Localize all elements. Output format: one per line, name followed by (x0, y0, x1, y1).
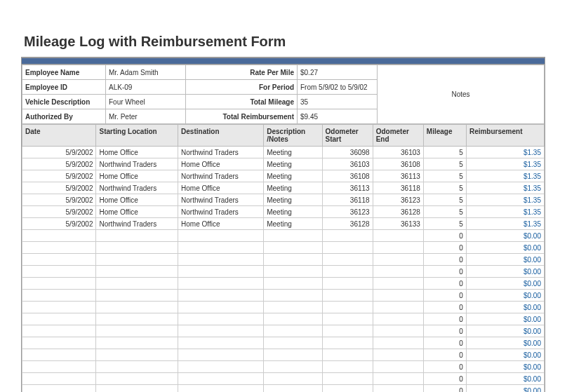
cell-description (264, 290, 322, 302)
value-total-reimbursement: $9.45 (298, 109, 378, 124)
cell-odometer-end (373, 313, 423, 325)
cell-mileage: 0 (423, 361, 466, 373)
cell-mileage: 0 (423, 254, 466, 266)
table-row: 0$0.00 (22, 254, 545, 266)
cell-odometer-start: 36103 (322, 158, 373, 170)
cell-starting-location (96, 361, 178, 373)
cell-odometer-end: 36133 (373, 218, 423, 230)
cell-odometer-end: 36123 (373, 194, 423, 206)
cell-destination: Home Office (178, 158, 264, 170)
label-employee-id: Employee ID (22, 80, 106, 95)
cell-starting-location (96, 302, 178, 313)
cell-reimbursement: $1.35 (466, 206, 544, 218)
table-row: 0$0.00 (22, 337, 545, 349)
cell-date: 5/9/2002 (22, 158, 96, 170)
cell-description: Meeting (264, 206, 322, 218)
cell-reimbursement: $0.00 (466, 230, 544, 242)
cell-starting-location (96, 290, 178, 302)
cell-mileage: 0 (423, 313, 466, 325)
cell-destination (178, 313, 264, 325)
cell-destination: Northwind Traders (178, 206, 264, 218)
cell-date (22, 266, 96, 278)
cell-odometer-start (322, 302, 373, 313)
cell-odometer-end (373, 361, 423, 373)
cell-date (22, 254, 96, 266)
table-row: 0$0.00 (22, 266, 545, 278)
header-bar (22, 58, 545, 65)
cell-odometer-start (322, 373, 373, 385)
cell-destination (178, 302, 264, 313)
table-row: 5/9/2002Home OfficeNorthwind TradersMeet… (22, 194, 545, 206)
cell-starting-location (96, 266, 178, 278)
cell-destination (178, 349, 264, 361)
cell-date (22, 278, 96, 290)
table-row: 0$0.00 (22, 313, 545, 325)
cell-reimbursement: $0.00 (466, 373, 544, 385)
cell-starting-location: Northwind Traders (96, 218, 178, 230)
cell-reimbursement: $0.00 (466, 266, 544, 278)
page-title: Mileage Log with Reimbursement Form (21, 28, 546, 57)
cell-date: 5/9/2002 (22, 218, 96, 230)
cell-starting-location (96, 313, 178, 325)
cell-description (264, 242, 322, 254)
cell-mileage: 0 (423, 325, 466, 337)
cell-destination (178, 266, 264, 278)
table-row: 5/9/2002Northwind TradersHome OfficeMeet… (22, 182, 545, 194)
cell-destination (178, 385, 264, 393)
value-authorized-by: Mr. Peter (106, 109, 186, 124)
cell-starting-location (96, 278, 178, 290)
table-row: 0$0.00 (22, 361, 545, 373)
cell-odometer-start: 36113 (322, 182, 373, 194)
col-odometer-start: Odometer Start (322, 125, 373, 147)
cell-date (22, 325, 96, 337)
cell-odometer-end: 36118 (373, 182, 423, 194)
cell-mileage: 5 (423, 218, 466, 230)
cell-odometer-end (373, 242, 423, 254)
cell-odometer-start (322, 361, 373, 373)
cell-odometer-start (322, 349, 373, 361)
cell-date: 5/9/2002 (22, 170, 96, 182)
cell-starting-location (96, 230, 178, 242)
cell-odometer-end (373, 302, 423, 313)
cell-mileage: 0 (423, 349, 466, 361)
cell-description (264, 302, 322, 313)
cell-destination (178, 230, 264, 242)
cell-reimbursement: $1.35 (466, 158, 544, 170)
cell-starting-location: Northwind Traders (96, 158, 178, 170)
value-employee-name: Mr. Adam Smith (106, 65, 186, 80)
cell-reimbursement: $0.00 (466, 278, 544, 290)
cell-mileage: 5 (423, 194, 466, 206)
cell-mileage: 0 (423, 290, 466, 302)
label-for-period: For Period (186, 80, 298, 95)
cell-date (22, 361, 96, 373)
cell-odometer-end (373, 290, 423, 302)
table-row: 0$0.00 (22, 278, 545, 290)
cell-destination: Northwind Traders (178, 170, 264, 182)
cell-description: Meeting (264, 158, 322, 170)
cell-description: Meeting (264, 182, 322, 194)
cell-odometer-start (322, 290, 373, 302)
cell-reimbursement: $0.00 (466, 302, 544, 313)
mileage-grid: Date Starting Location Destination Descr… (22, 124, 545, 392)
cell-odometer-end (373, 349, 423, 361)
cell-destination: Home Office (178, 182, 264, 194)
cell-date (22, 373, 96, 385)
cell-destination (178, 373, 264, 385)
table-row: 5/9/2002Home OfficeNorthwind TradersMeet… (22, 170, 545, 182)
col-odometer-end: Odometer End (373, 125, 423, 147)
cell-mileage: 0 (423, 278, 466, 290)
cell-odometer-end (373, 266, 423, 278)
cell-date: 5/9/2002 (22, 147, 96, 158)
table-row: 0$0.00 (22, 349, 545, 361)
cell-starting-location (96, 254, 178, 266)
cell-starting-location (96, 349, 178, 361)
cell-odometer-start (322, 242, 373, 254)
cell-mileage: 0 (423, 373, 466, 385)
cell-odometer-end (373, 325, 423, 337)
cell-odometer-start (322, 266, 373, 278)
cell-starting-location (96, 242, 178, 254)
value-rate-per-mile: $0.27 (298, 65, 378, 80)
cell-odometer-start (322, 313, 373, 325)
cell-date (22, 290, 96, 302)
cell-reimbursement: $0.00 (466, 290, 544, 302)
